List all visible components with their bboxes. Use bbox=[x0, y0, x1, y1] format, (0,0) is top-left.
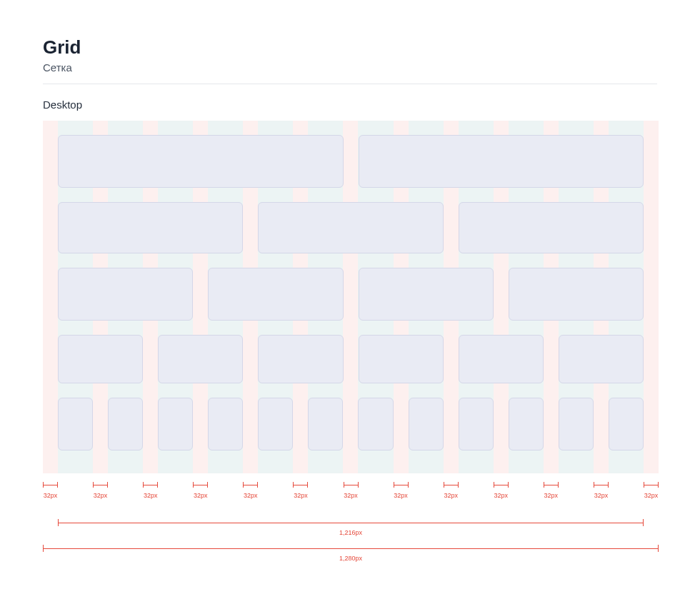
measure-bracket bbox=[43, 482, 58, 488]
gutter-measure: 32px bbox=[494, 482, 509, 499]
measure-bracket bbox=[644, 482, 659, 488]
grid-canvas bbox=[43, 121, 659, 473]
gutter-label: 32px bbox=[194, 492, 208, 499]
grid-card bbox=[258, 202, 443, 253]
gutter-measurements: 32px32px32px32px32px32px32px32px32px32px… bbox=[43, 482, 659, 512]
measure-bracket bbox=[193, 482, 208, 488]
gutter-label: 32px bbox=[344, 492, 358, 499]
measure-bracket bbox=[344, 482, 359, 488]
section-label: Desktop bbox=[43, 99, 657, 111]
gutter-label: 32px bbox=[294, 492, 308, 499]
measure-bracket bbox=[444, 482, 459, 488]
gutter-label: 32px bbox=[494, 492, 508, 499]
example-cards bbox=[43, 121, 659, 473]
card-row bbox=[58, 268, 644, 321]
grid-card bbox=[158, 335, 243, 383]
measure-bracket bbox=[494, 482, 509, 488]
card-row bbox=[58, 202, 644, 253]
gutter-measure: 32px bbox=[293, 482, 308, 499]
card-row bbox=[58, 135, 644, 188]
inner-width-measurement: 1,216px bbox=[43, 519, 659, 538]
gutter-measure: 32px bbox=[544, 482, 559, 499]
measure-bracket bbox=[143, 482, 158, 488]
gutter-label: 32px bbox=[94, 492, 108, 499]
grid-card bbox=[208, 398, 243, 450]
gutter-measure: 32px bbox=[143, 482, 158, 499]
gutter-measure: 32px bbox=[93, 482, 108, 499]
gutter-measure: 32px bbox=[394, 482, 409, 499]
grid-card bbox=[208, 268, 343, 321]
grid-card bbox=[108, 398, 143, 450]
grid-card bbox=[158, 398, 193, 450]
grid-card bbox=[559, 335, 644, 383]
grid-card bbox=[409, 398, 444, 450]
gutter-label: 32px bbox=[394, 492, 408, 499]
card-row bbox=[58, 335, 644, 383]
grid-card bbox=[308, 398, 343, 450]
grid-card bbox=[609, 398, 644, 450]
measure-bracket bbox=[243, 482, 258, 488]
gutter-measure: 32px bbox=[193, 482, 208, 499]
outer-width-label: 1,280px bbox=[339, 555, 362, 562]
grid-card bbox=[459, 335, 544, 383]
grid-card bbox=[58, 268, 193, 321]
grid-card bbox=[359, 135, 644, 188]
grid-card bbox=[258, 335, 343, 383]
gutter-label: 32px bbox=[44, 492, 58, 499]
measure-bracket bbox=[544, 482, 559, 488]
grid-card bbox=[509, 268, 644, 321]
gutter-measure: 32px bbox=[344, 482, 359, 499]
gutter-measure: 32px bbox=[444, 482, 459, 499]
gutter-measure: 32px bbox=[43, 482, 58, 499]
page-title: Grid bbox=[43, 36, 657, 60]
outer-width-measurement: 1,280px bbox=[43, 545, 659, 563]
grid-card bbox=[58, 202, 243, 253]
measure-bracket bbox=[93, 482, 108, 488]
gutter-measure: 32px bbox=[243, 482, 258, 499]
grid-card bbox=[58, 335, 143, 383]
grid-card bbox=[559, 398, 594, 450]
gutter-label: 32px bbox=[594, 492, 609, 499]
gutter-label: 32px bbox=[444, 492, 458, 499]
grid-card bbox=[358, 398, 393, 450]
measure-bracket bbox=[594, 482, 609, 488]
gutter-label: 32px bbox=[244, 492, 258, 499]
grid-card bbox=[58, 135, 344, 188]
card-row bbox=[58, 398, 644, 450]
measurement-annotations: 32px32px32px32px32px32px32px32px32px32px… bbox=[43, 482, 659, 563]
gutter-label: 32px bbox=[644, 492, 659, 499]
measure-bracket bbox=[394, 482, 409, 488]
grid-card bbox=[509, 398, 544, 450]
measure-bracket bbox=[293, 482, 308, 488]
inner-width-label: 1,216px bbox=[339, 529, 362, 536]
grid-card bbox=[258, 398, 293, 450]
page-header: Grid Сетка bbox=[43, 36, 657, 84]
page-subtitle: Сетка bbox=[43, 61, 657, 74]
gutter-measure: 32px bbox=[594, 482, 609, 499]
grid-card bbox=[459, 202, 644, 253]
measure-line bbox=[43, 545, 659, 552]
gutter-measure: 32px bbox=[644, 482, 659, 499]
grid-card bbox=[58, 398, 93, 450]
gutter-label: 32px bbox=[144, 492, 158, 499]
grid-card bbox=[359, 335, 444, 383]
grid-card bbox=[459, 398, 494, 450]
gutter-label: 32px bbox=[544, 492, 559, 499]
measure-line bbox=[58, 519, 644, 526]
grid-card bbox=[359, 268, 494, 321]
